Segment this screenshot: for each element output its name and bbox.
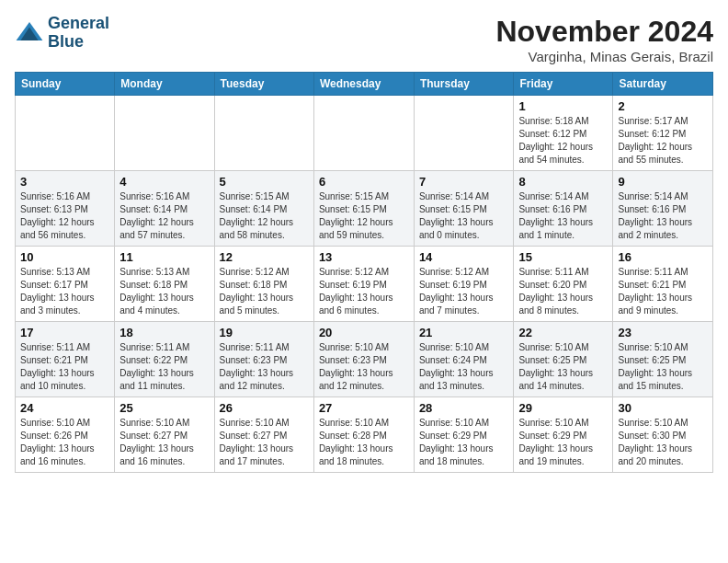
day-number: 9: [618, 175, 708, 189]
day-number: 24: [20, 401, 109, 415]
day-info: Sunrise: 5:10 AM Sunset: 6:26 PM Dayligh…: [20, 417, 109, 468]
day-number: 17: [20, 326, 109, 339]
day-number: 22: [518, 326, 608, 339]
calendar-cell: [16, 96, 115, 171]
calendar-cell: 15Sunrise: 5:11 AM Sunset: 6:20 PM Dayli…: [514, 247, 613, 322]
title-block: November 2024 Varginha, Minas Gerais, Br…: [495, 15, 713, 64]
day-info: Sunrise: 5:14 AM Sunset: 6:16 PM Dayligh…: [518, 190, 608, 242]
day-info: Sunrise: 5:11 AM Sunset: 6:21 PM Dayligh…: [618, 266, 708, 317]
logo: General Blue: [15, 15, 109, 52]
calendar-cell: 23Sunrise: 5:10 AM Sunset: 6:25 PM Dayli…: [613, 322, 713, 397]
day-number: 2: [618, 99, 708, 113]
day-info: Sunrise: 5:10 AM Sunset: 6:25 PM Dayligh…: [618, 341, 708, 393]
day-info: Sunrise: 5:11 AM Sunset: 6:20 PM Dayligh…: [518, 266, 608, 317]
calendar-cell: 4Sunrise: 5:16 AM Sunset: 6:14 PM Daylig…: [115, 171, 214, 247]
day-info: Sunrise: 5:16 AM Sunset: 6:14 PM Dayligh…: [119, 190, 209, 242]
calendar-cell: 30Sunrise: 5:10 AM Sunset: 6:30 PM Dayli…: [613, 397, 713, 473]
calendar-cell: [414, 96, 514, 171]
day-info: Sunrise: 5:10 AM Sunset: 6:27 PM Dayligh…: [119, 417, 209, 468]
calendar-cell: 3Sunrise: 5:16 AM Sunset: 6:13 PM Daylig…: [16, 171, 115, 247]
calendar-cell: 16Sunrise: 5:11 AM Sunset: 6:21 PM Dayli…: [613, 247, 713, 322]
calendar-cell: 2Sunrise: 5:17 AM Sunset: 6:12 PM Daylig…: [613, 96, 713, 171]
logo-text: General Blue: [48, 15, 109, 52]
calendar-week-4: 17Sunrise: 5:11 AM Sunset: 6:21 PM Dayli…: [16, 322, 713, 397]
day-info: Sunrise: 5:10 AM Sunset: 6:23 PM Dayligh…: [319, 341, 409, 393]
calendar-week-3: 10Sunrise: 5:13 AM Sunset: 6:17 PM Dayli…: [16, 247, 713, 322]
day-info: Sunrise: 5:14 AM Sunset: 6:16 PM Dayligh…: [618, 190, 708, 242]
location: Varginha, Minas Gerais, Brazil: [495, 49, 713, 64]
day-info: Sunrise: 5:11 AM Sunset: 6:21 PM Dayligh…: [20, 341, 109, 393]
calendar-table: Sunday Monday Tuesday Wednesday Thursday…: [15, 72, 713, 473]
calendar-week-1: 1Sunrise: 5:18 AM Sunset: 6:12 PM Daylig…: [16, 96, 713, 171]
day-number: 4: [119, 175, 209, 189]
day-info: Sunrise: 5:10 AM Sunset: 6:25 PM Dayligh…: [518, 341, 608, 393]
col-monday: Monday: [115, 73, 214, 96]
day-number: 10: [20, 250, 109, 264]
day-info: Sunrise: 5:10 AM Sunset: 6:29 PM Dayligh…: [419, 417, 509, 468]
day-info: Sunrise: 5:10 AM Sunset: 6:29 PM Dayligh…: [518, 417, 608, 468]
calendar-cell: 27Sunrise: 5:10 AM Sunset: 6:28 PM Dayli…: [313, 397, 414, 473]
calendar-cell: 25Sunrise: 5:10 AM Sunset: 6:27 PM Dayli…: [115, 397, 214, 473]
col-sunday: Sunday: [16, 73, 115, 96]
day-number: 25: [119, 401, 209, 415]
logo-icon: [15, 18, 44, 48]
day-number: 3: [20, 175, 109, 189]
day-info: Sunrise: 5:16 AM Sunset: 6:13 PM Dayligh…: [20, 190, 109, 242]
calendar-cell: 20Sunrise: 5:10 AM Sunset: 6:23 PM Dayli…: [313, 322, 414, 397]
day-number: 21: [419, 326, 509, 339]
day-number: 20: [319, 326, 409, 339]
calendar-cell: 8Sunrise: 5:14 AM Sunset: 6:16 PM Daylig…: [514, 171, 613, 247]
day-number: 30: [618, 401, 708, 415]
day-info: Sunrise: 5:10 AM Sunset: 6:28 PM Dayligh…: [319, 417, 409, 468]
day-number: 28: [419, 401, 509, 415]
day-number: 5: [220, 175, 309, 189]
day-info: Sunrise: 5:18 AM Sunset: 6:12 PM Dayligh…: [518, 115, 608, 167]
day-number: 1: [518, 99, 608, 113]
calendar-cell: 14Sunrise: 5:12 AM Sunset: 6:19 PM Dayli…: [414, 247, 514, 322]
calendar-cell: 21Sunrise: 5:10 AM Sunset: 6:24 PM Dayli…: [414, 322, 514, 397]
page-header: General Blue November 2024 Varginha, Min…: [15, 15, 713, 64]
day-info: Sunrise: 5:13 AM Sunset: 6:18 PM Dayligh…: [119, 266, 209, 317]
calendar-cell: [214, 96, 313, 171]
day-info: Sunrise: 5:12 AM Sunset: 6:19 PM Dayligh…: [419, 266, 509, 317]
day-number: 13: [319, 250, 409, 264]
calendar-cell: 9Sunrise: 5:14 AM Sunset: 6:16 PM Daylig…: [613, 171, 713, 247]
calendar-body: 1Sunrise: 5:18 AM Sunset: 6:12 PM Daylig…: [16, 96, 713, 473]
day-number: 27: [319, 401, 409, 415]
calendar-cell: [313, 96, 414, 171]
day-info: Sunrise: 5:13 AM Sunset: 6:17 PM Dayligh…: [20, 266, 109, 317]
day-info: Sunrise: 5:17 AM Sunset: 6:12 PM Dayligh…: [618, 115, 708, 167]
col-friday: Friday: [514, 73, 613, 96]
day-info: Sunrise: 5:12 AM Sunset: 6:19 PM Dayligh…: [319, 266, 409, 317]
day-number: 26: [220, 401, 309, 415]
day-info: Sunrise: 5:11 AM Sunset: 6:23 PM Dayligh…: [220, 341, 309, 393]
day-number: 19: [220, 326, 309, 339]
calendar-header: Sunday Monday Tuesday Wednesday Thursday…: [16, 73, 713, 96]
col-saturday: Saturday: [613, 73, 713, 96]
day-info: Sunrise: 5:12 AM Sunset: 6:18 PM Dayligh…: [220, 266, 309, 317]
calendar-cell: 19Sunrise: 5:11 AM Sunset: 6:23 PM Dayli…: [214, 322, 313, 397]
calendar-cell: 26Sunrise: 5:10 AM Sunset: 6:27 PM Dayli…: [214, 397, 313, 473]
day-number: 11: [119, 250, 209, 264]
calendar-cell: 6Sunrise: 5:15 AM Sunset: 6:15 PM Daylig…: [313, 171, 414, 247]
day-info: Sunrise: 5:11 AM Sunset: 6:22 PM Dayligh…: [119, 341, 209, 393]
calendar-cell: 29Sunrise: 5:10 AM Sunset: 6:29 PM Dayli…: [514, 397, 613, 473]
day-number: 7: [419, 175, 509, 189]
day-number: 23: [618, 326, 708, 339]
calendar-cell: 24Sunrise: 5:10 AM Sunset: 6:26 PM Dayli…: [16, 397, 115, 473]
calendar-cell: 1Sunrise: 5:18 AM Sunset: 6:12 PM Daylig…: [514, 96, 613, 171]
calendar-week-5: 24Sunrise: 5:10 AM Sunset: 6:26 PM Dayli…: [16, 397, 713, 473]
day-info: Sunrise: 5:10 AM Sunset: 6:30 PM Dayligh…: [618, 417, 708, 468]
calendar-cell: 17Sunrise: 5:11 AM Sunset: 6:21 PM Dayli…: [16, 322, 115, 397]
day-info: Sunrise: 5:10 AM Sunset: 6:27 PM Dayligh…: [220, 417, 309, 468]
day-number: 6: [319, 175, 409, 189]
col-thursday: Thursday: [414, 73, 514, 96]
col-wednesday: Wednesday: [313, 73, 414, 96]
day-number: 14: [419, 250, 509, 264]
day-number: 16: [618, 250, 708, 264]
day-info: Sunrise: 5:15 AM Sunset: 6:15 PM Dayligh…: [319, 190, 409, 242]
day-number: 8: [518, 175, 608, 189]
day-info: Sunrise: 5:10 AM Sunset: 6:24 PM Dayligh…: [419, 341, 509, 393]
col-tuesday: Tuesday: [214, 73, 313, 96]
month-year: November 2024: [495, 15, 713, 49]
